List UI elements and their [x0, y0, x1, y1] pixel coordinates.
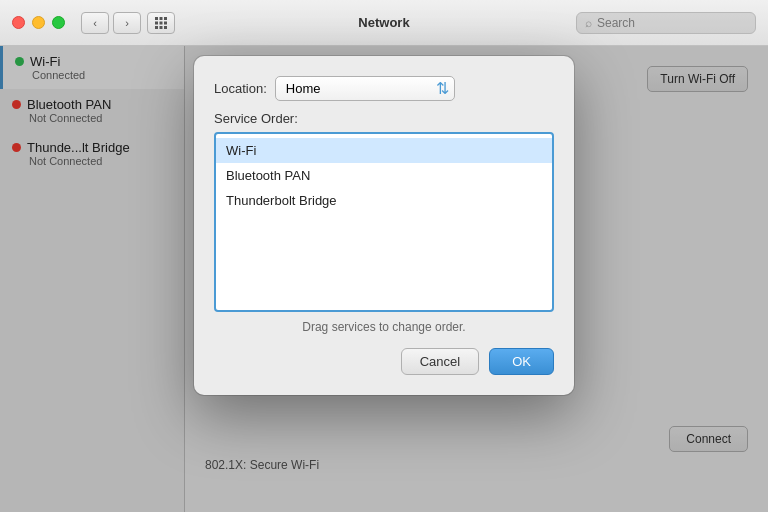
- back-button[interactable]: ‹: [81, 12, 109, 34]
- service-list: Wi-Fi Bluetooth PAN Thunderbolt Bridge: [214, 132, 554, 312]
- svg-rect-8: [164, 26, 167, 29]
- location-select-wrapper: Home ⇅: [275, 76, 455, 101]
- drag-hint: Drag services to change order.: [214, 320, 554, 334]
- close-button[interactable]: [12, 16, 25, 29]
- list-item[interactable]: Thunderbolt Bridge: [216, 188, 552, 213]
- nav-buttons: ‹ ›: [81, 12, 141, 34]
- ok-button[interactable]: OK: [489, 348, 554, 375]
- location-row: Location: Home ⇅: [214, 76, 554, 101]
- title-bar: ‹ › Network ⌕: [0, 0, 768, 46]
- maximize-button[interactable]: [52, 16, 65, 29]
- traffic-lights: [12, 16, 65, 29]
- forward-button[interactable]: ›: [113, 12, 141, 34]
- window-title: Network: [358, 15, 409, 30]
- minimize-button[interactable]: [32, 16, 45, 29]
- modal-overlay: Location: Home ⇅ Service Order: Wi-Fi Bl…: [0, 46, 768, 512]
- list-item[interactable]: Wi-Fi: [216, 138, 552, 163]
- search-icon: ⌕: [585, 16, 592, 30]
- svg-rect-6: [155, 26, 158, 29]
- service-order-modal: Location: Home ⇅ Service Order: Wi-Fi Bl…: [194, 56, 574, 395]
- location-select[interactable]: Home: [275, 76, 455, 101]
- search-input[interactable]: [597, 16, 747, 30]
- grid-button[interactable]: [147, 12, 175, 34]
- search-bar[interactable]: ⌕: [576, 12, 756, 34]
- main-content: Wi-Fi Connected Bluetooth PAN Not Connec…: [0, 46, 768, 512]
- svg-rect-4: [160, 21, 163, 24]
- svg-rect-3: [155, 21, 158, 24]
- service-order-label: Service Order:: [214, 111, 554, 126]
- svg-rect-5: [164, 21, 167, 24]
- svg-rect-1: [160, 17, 163, 20]
- modal-buttons: Cancel OK: [214, 348, 554, 375]
- list-item[interactable]: Bluetooth PAN: [216, 163, 552, 188]
- location-label: Location:: [214, 81, 267, 96]
- svg-rect-0: [155, 17, 158, 20]
- cancel-button[interactable]: Cancel: [401, 348, 479, 375]
- svg-rect-7: [160, 26, 163, 29]
- svg-rect-2: [164, 17, 167, 20]
